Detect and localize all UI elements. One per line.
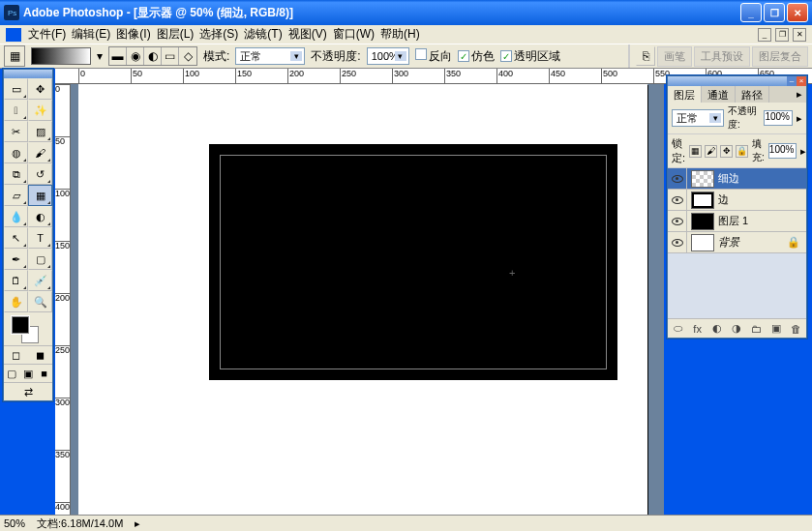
dock-tab-brushes[interactable]: 画笔 bbox=[657, 46, 692, 67]
shape-tool[interactable]: ▢ bbox=[28, 249, 52, 270]
eyedropper-tool[interactable]: 💉 bbox=[28, 270, 52, 291]
lock-position-icon[interactable]: ✥ bbox=[720, 145, 733, 158]
gradient-swatch-arrow[interactable]: ▾ bbox=[97, 49, 103, 63]
current-tool-icon[interactable]: ▦ bbox=[4, 45, 25, 67]
notes-tool[interactable]: 🗒 bbox=[4, 270, 28, 291]
crop-tool[interactable]: ✂ bbox=[4, 121, 28, 142]
gradient-swatch[interactable] bbox=[31, 47, 91, 65]
layer-name[interactable]: 边 bbox=[718, 192, 729, 207]
move-tool[interactable]: ✥ bbox=[28, 78, 52, 100]
app-menu-icon[interactable] bbox=[6, 28, 21, 42]
slice-tool[interactable]: ▨ bbox=[28, 121, 52, 142]
layer-blend-mode-select[interactable]: 正常 bbox=[672, 109, 724, 127]
magic-wand-tool[interactable]: ✨ bbox=[28, 100, 52, 121]
adjustment-layer-icon[interactable]: ◑ bbox=[727, 322, 746, 335]
hand-tool[interactable]: ✋ bbox=[4, 291, 28, 312]
history-brush-tool[interactable]: ↺ bbox=[28, 163, 52, 185]
lock-paint-icon[interactable]: 🖌 bbox=[705, 145, 717, 158]
gradient-tool[interactable]: ▦ bbox=[28, 185, 52, 206]
fill-flyout-icon[interactable]: ▸ bbox=[800, 145, 806, 158]
menu-view[interactable]: 视图(V) bbox=[286, 24, 330, 44]
mdi-minimize-button[interactable]: _ bbox=[758, 28, 771, 42]
dither-checkbox[interactable]: ✓仿色 bbox=[458, 48, 495, 65]
healing-brush-tool[interactable]: ◍ bbox=[4, 142, 28, 163]
screen-mode-full-icon[interactable]: ■ bbox=[36, 365, 52, 382]
gradient-diamond-icon[interactable]: ◇ bbox=[179, 47, 196, 65]
pen-tool[interactable]: ✒ bbox=[4, 249, 28, 270]
stamp-tool[interactable]: ⧉ bbox=[4, 163, 28, 185]
visibility-eye-icon[interactable] bbox=[672, 218, 683, 225]
standard-mode-icon[interactable]: ◻ bbox=[4, 346, 28, 364]
gradient-linear-icon[interactable]: ▬ bbox=[109, 47, 127, 65]
mdi-restore-button[interactable]: ❐ bbox=[775, 28, 789, 42]
palette-well-icon[interactable]: ⎘ bbox=[636, 46, 655, 66]
document-size[interactable]: 文档:6.18M/14.0M bbox=[37, 516, 123, 531]
layer-group-icon[interactable]: 🗀 bbox=[747, 323, 767, 335]
foreground-color-swatch[interactable] bbox=[12, 316, 29, 334]
layer-row[interactable]: 背景 🔒 bbox=[668, 232, 806, 253]
layer-name[interactable]: 细边 bbox=[718, 171, 739, 186]
quickmask-mode-icon[interactable]: ◼ bbox=[28, 346, 52, 364]
zoom-tool[interactable]: 🔍 bbox=[28, 291, 52, 312]
toolbox-gripper[interactable] bbox=[4, 70, 52, 78]
tab-paths[interactable]: 路径 bbox=[736, 86, 769, 103]
visibility-eye-icon[interactable] bbox=[672, 196, 683, 204]
layer-name[interactable]: 背景 bbox=[718, 235, 739, 250]
layer-style-icon[interactable]: fx bbox=[687, 323, 707, 335]
panel-header[interactable]: – × bbox=[668, 76, 806, 86]
screen-mode-full-menu-icon[interactable]: ▣ bbox=[20, 365, 37, 382]
lock-all-icon[interactable]: 🔒 bbox=[736, 145, 748, 158]
gradient-reflected-icon[interactable]: ▭ bbox=[162, 47, 179, 65]
layer-row[interactable]: 细边 bbox=[668, 168, 806, 190]
marquee-tool[interactable]: ▭ bbox=[4, 78, 28, 100]
dock-tab-comps[interactable]: 图层复合 bbox=[752, 46, 808, 67]
panel-minimize-icon[interactable]: – bbox=[787, 76, 797, 86]
panel-menu-icon[interactable]: ▸ bbox=[793, 86, 806, 103]
layer-thumbnail[interactable] bbox=[691, 170, 714, 188]
close-button[interactable]: ✕ bbox=[787, 3, 808, 22]
canvas-area[interactable]: + bbox=[71, 84, 664, 515]
menu-layer[interactable]: 图层(L) bbox=[154, 24, 197, 44]
new-layer-icon[interactable]: ▣ bbox=[767, 322, 786, 335]
status-flyout-icon[interactable]: ▸ bbox=[135, 517, 140, 530]
blur-tool[interactable]: 💧 bbox=[4, 206, 28, 227]
layer-opacity-input[interactable]: 100% bbox=[764, 110, 793, 126]
menu-image[interactable]: 图像(I) bbox=[113, 24, 153, 44]
opacity-flyout-icon[interactable]: ▸ bbox=[797, 112, 802, 125]
layer-thumbnail[interactable] bbox=[691, 192, 714, 209]
lasso-tool[interactable]: 𓏲 bbox=[4, 100, 28, 121]
menu-filter[interactable]: 滤镜(T) bbox=[241, 24, 285, 44]
layer-name[interactable]: 图层 1 bbox=[718, 214, 748, 228]
brush-tool[interactable]: 🖌 bbox=[28, 142, 52, 163]
layer-fill-input[interactable]: 100% bbox=[768, 143, 797, 159]
layer-mask-icon[interactable]: ◐ bbox=[707, 322, 727, 335]
eraser-tool[interactable]: ▱ bbox=[4, 185, 28, 206]
menu-select[interactable]: 选择(S) bbox=[196, 24, 241, 44]
minimize-button[interactable]: _ bbox=[740, 3, 762, 22]
tab-layers[interactable]: 图层 bbox=[668, 86, 702, 103]
blend-mode-select[interactable]: 正常 bbox=[235, 47, 305, 65]
gradient-angle-icon[interactable]: ◐ bbox=[144, 47, 162, 65]
screen-mode-standard-icon[interactable]: ▢ bbox=[4, 365, 20, 382]
maximize-button[interactable]: ❐ bbox=[764, 3, 785, 22]
transparency-checkbox[interactable]: ✓透明区域 bbox=[500, 48, 560, 65]
gradient-radial-icon[interactable]: ◉ bbox=[127, 47, 144, 65]
link-layers-icon[interactable]: ⬭ bbox=[668, 322, 687, 335]
layer-thumbnail[interactable] bbox=[691, 213, 714, 230]
visibility-eye-icon[interactable] bbox=[672, 175, 683, 183]
mdi-close-button[interactable]: ✕ bbox=[793, 28, 806, 42]
layer-thumbnail[interactable] bbox=[691, 234, 714, 251]
layer-row[interactable]: 边 bbox=[668, 190, 806, 211]
layer-row[interactable]: 图层 1 bbox=[668, 211, 806, 232]
delete-layer-icon[interactable]: 🗑 bbox=[787, 323, 806, 335]
document-canvas[interactable]: + bbox=[78, 84, 647, 516]
menu-window[interactable]: 窗口(W) bbox=[330, 24, 377, 44]
jump-to-imageready-icon[interactable]: ⇄ bbox=[4, 383, 52, 400]
reverse-checkbox[interactable]: 反向 bbox=[415, 48, 452, 65]
visibility-eye-icon[interactable] bbox=[672, 239, 683, 247]
tab-channels[interactable]: 通道 bbox=[702, 86, 736, 103]
menu-file[interactable]: 文件(F) bbox=[25, 24, 69, 44]
menu-edit[interactable]: 编辑(E) bbox=[69, 24, 113, 44]
dock-tab-presets[interactable]: 工具预设 bbox=[694, 46, 750, 67]
panel-close-icon[interactable]: × bbox=[797, 76, 806, 86]
